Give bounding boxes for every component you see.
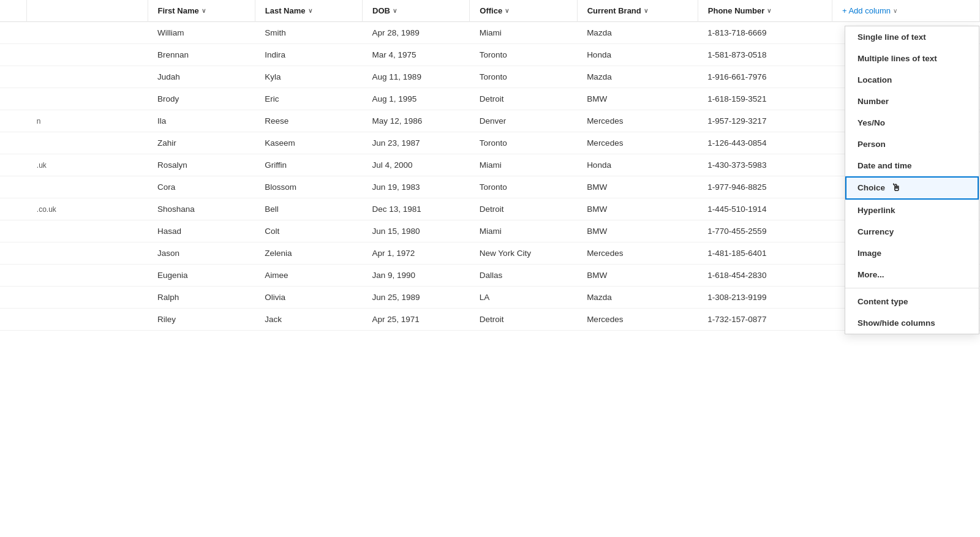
table-row[interactable]: .ukRosalynGriffinJul 4, 2000MiamiHonda1-… bbox=[0, 154, 980, 176]
table-cell: Indira bbox=[255, 44, 362, 66]
table-row[interactable]: BrennanIndiraMar 4, 1975TorontoHonda1-58… bbox=[0, 44, 980, 66]
dropdown-item-multiple-lines[interactable]: Multiple lines of text bbox=[845, 48, 979, 69]
dropdown-item-currency[interactable]: Currency bbox=[845, 221, 979, 242]
current-brand-label: Current Brand bbox=[587, 6, 641, 15]
table-cell bbox=[0, 176, 27, 198]
first-name-label: First Name bbox=[158, 6, 199, 15]
table-cell: Blossom bbox=[255, 176, 362, 198]
table-row[interactable]: JudahKylaAug 11, 1989TorontoMazda1-916-6… bbox=[0, 66, 980, 88]
table-cell: BMW bbox=[577, 198, 698, 220]
table-cell: 1-770-455-2559 bbox=[698, 220, 832, 242]
col-header-email bbox=[27, 0, 148, 22]
table-cell bbox=[0, 66, 27, 88]
col-header-phone-number[interactable]: Phone Number ∨ bbox=[698, 0, 832, 22]
dropdown-item-image[interactable]: Image bbox=[845, 242, 979, 264]
col-header-last-name[interactable]: Last Name ∨ bbox=[255, 0, 362, 22]
table-cell: Mar 4, 1975 bbox=[363, 44, 470, 66]
dropdown-item-choice[interactable]: Choice 🖱 bbox=[845, 176, 979, 200]
table-cell bbox=[0, 309, 27, 331]
table-row[interactable]: BrodyEricAug 1, 1995DetroitBMW1-618-159-… bbox=[0, 88, 980, 110]
table-cell bbox=[0, 22, 27, 44]
table-cell: Cora bbox=[148, 176, 255, 198]
table-container: First Name ∨ Last Name ∨ DOB ∨ bbox=[0, 0, 980, 537]
table-cell: Toronto bbox=[470, 132, 577, 154]
dropdown-item-date-time[interactable]: Date and time bbox=[845, 155, 979, 176]
col-header-first-name[interactable]: First Name ∨ bbox=[148, 0, 255, 22]
table-cell: Zelenia bbox=[255, 242, 362, 265]
table-cell: Rosalyn bbox=[148, 154, 255, 176]
table-cell: Apr 25, 1971 bbox=[363, 309, 470, 331]
dob-label: DOB bbox=[372, 6, 390, 15]
table-row[interactable]: CoraBlossomJun 19, 1983TorontoBMW1-977-9… bbox=[0, 176, 980, 198]
table-cell bbox=[27, 220, 148, 242]
table-cell: Smith bbox=[255, 22, 362, 44]
col-header-checkbox bbox=[0, 0, 27, 22]
table-row[interactable]: ZahirKaseemJun 23, 1987TorontoMercedes1-… bbox=[0, 132, 980, 154]
table-cell: Miami bbox=[470, 220, 577, 242]
dropdown-item-single-line[interactable]: Single line of text bbox=[845, 26, 979, 48]
table-cell: 1-813-718-6669 bbox=[698, 22, 832, 44]
table-cell bbox=[0, 132, 27, 154]
table-cell: 1-581-873-0518 bbox=[698, 44, 832, 66]
phone-number-label: Phone Number bbox=[708, 6, 764, 15]
table-row[interactable]: RileyJackApr 25, 1971DetroitMercedes1-73… bbox=[0, 309, 980, 331]
col-header-current-brand[interactable]: Current Brand ∨ bbox=[577, 0, 698, 22]
table-cell: Jun 15, 1980 bbox=[363, 220, 470, 242]
table-cell: Detroit bbox=[470, 198, 577, 220]
table-cell: Colt bbox=[255, 220, 362, 242]
dropdown-item-more[interactable]: More... bbox=[845, 264, 979, 285]
table-cell: Judah bbox=[148, 66, 255, 88]
table-cell: Honda bbox=[577, 154, 698, 176]
table-row[interactable]: JasonZeleniaApr 1, 1972New York CityMerc… bbox=[0, 242, 980, 265]
table-cell: 1-618-454-2830 bbox=[698, 265, 832, 287]
table-cell: 1-977-946-8825 bbox=[698, 176, 832, 198]
table-cell: Jun 19, 1983 bbox=[363, 176, 470, 198]
col-header-dob[interactable]: DOB ∨ bbox=[363, 0, 470, 22]
table-cell: Aug 11, 1989 bbox=[363, 66, 470, 88]
table-cell: Mercedes bbox=[577, 110, 698, 132]
table-cell: Bell bbox=[255, 198, 362, 220]
dropdown-item-person[interactable]: Person bbox=[845, 133, 979, 155]
last-name-sort-icon: ∨ bbox=[308, 7, 312, 14]
table-cell: Detroit bbox=[470, 88, 577, 110]
table-cell: 1-957-129-3217 bbox=[698, 110, 832, 132]
table-row[interactable]: nIlaReeseMay 12, 1986DenverMercedes1-957… bbox=[0, 110, 980, 132]
table-body: WilliamSmithApr 28, 1989MiamiMazda1-813-… bbox=[0, 22, 980, 331]
col-header-add-column[interactable]: + Add column ∨ Single line of text Multi… bbox=[832, 0, 979, 22]
col-header-office[interactable]: Office ∨ bbox=[470, 0, 577, 22]
dropdown-item-number[interactable]: Number bbox=[845, 91, 979, 112]
table-cell: Denver bbox=[470, 110, 577, 132]
table-cell bbox=[27, 242, 148, 265]
table-cell: Jason bbox=[148, 242, 255, 265]
table-cell: May 12, 1986 bbox=[363, 110, 470, 132]
table-row[interactable]: .co.ukShoshanaBellDec 13, 1981DetroitBMW… bbox=[0, 198, 980, 220]
table-row[interactable]: WilliamSmithApr 28, 1989MiamiMazda1-813-… bbox=[0, 22, 980, 44]
dropdown-item-location[interactable]: Location bbox=[845, 69, 979, 91]
first-name-sort-icon: ∨ bbox=[202, 7, 206, 14]
table-cell: Mazda bbox=[577, 66, 698, 88]
table-header-row: First Name ∨ Last Name ∨ DOB ∨ bbox=[0, 0, 980, 22]
table-cell: Dec 13, 1981 bbox=[363, 198, 470, 220]
table-cell: Jul 4, 2000 bbox=[363, 154, 470, 176]
table-cell bbox=[0, 88, 27, 110]
table-cell: William bbox=[148, 22, 255, 44]
table-cell: Brennan bbox=[148, 44, 255, 66]
dropdown-item-yes-no[interactable]: Yes/No bbox=[845, 112, 979, 133]
table-cell: Toronto bbox=[470, 44, 577, 66]
dropdown-item-show-hide[interactable]: Show/hide columns bbox=[845, 312, 979, 334]
table-cell: Riley bbox=[148, 309, 255, 331]
table-row[interactable]: EugeniaAimeeJan 9, 1990DallasBMW1-618-45… bbox=[0, 265, 980, 287]
table-cell bbox=[0, 44, 27, 66]
table-cell: Jan 9, 1990 bbox=[363, 265, 470, 287]
table-cell bbox=[27, 44, 148, 66]
table-row[interactable]: RalphOliviaJun 25, 1989LAMazda1-308-213-… bbox=[0, 287, 980, 309]
table-cell: Hasad bbox=[148, 220, 255, 242]
table-cell bbox=[0, 287, 27, 309]
table-cell bbox=[27, 309, 148, 331]
dropdown-divider bbox=[845, 288, 979, 288]
dropdown-item-content-type[interactable]: Content type bbox=[845, 291, 979, 312]
table-row[interactable]: HasadColtJun 15, 1980MiamiBMW1-770-455-2… bbox=[0, 220, 980, 242]
add-column-chevron-icon: ∨ bbox=[893, 7, 897, 14]
phone-sort-icon: ∨ bbox=[767, 7, 771, 14]
dropdown-item-hyperlink[interactable]: Hyperlink bbox=[845, 200, 979, 221]
